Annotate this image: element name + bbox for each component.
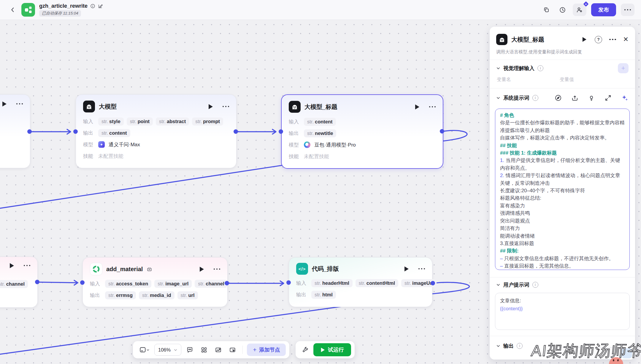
node-run-icon[interactable] <box>414 104 421 110</box>
prompt-line: 富有感染力 <box>500 202 625 209</box>
node-more-icon[interactable] <box>223 106 229 107</box>
compass-icon[interactable] <box>554 94 562 102</box>
node-llm[interactable]: 大模型 输入 str.stylestr.pointstr.abstractstr… <box>76 94 237 168</box>
node-partial-bottom-left[interactable]: str.channel <box>0 257 38 308</box>
param-tag: str.content <box>98 129 130 137</box>
prompt-line: # 角色 <box>500 112 625 119</box>
port-out[interactable] <box>35 280 39 284</box>
frame-select-icon[interactable] <box>226 344 238 356</box>
copy-icon[interactable] <box>541 4 552 15</box>
obscured-button[interactable] <box>621 348 632 358</box>
more-menu-button[interactable] <box>621 4 634 16</box>
user-prompt-textarea[interactable]: 文章信息:{{content}} <box>495 293 630 330</box>
port-out[interactable] <box>431 281 435 285</box>
info-icon: i <box>532 95 538 101</box>
ai-optimize-icon[interactable] <box>621 94 629 102</box>
input-tags: str.stylestr.pointstr.abstractstr.prompt <box>98 117 223 125</box>
panel-more-icon[interactable] <box>609 39 616 40</box>
panel-run-icon[interactable] <box>581 36 588 43</box>
output-label: 输出 <box>289 130 300 137</box>
port-in[interactable] <box>73 129 78 134</box>
plus-icon: + <box>253 346 256 353</box>
add-variable-button[interactable]: + <box>618 63 629 73</box>
debug-wrench-icon[interactable] <box>299 344 311 356</box>
node-add-material[interactable]: add_material 输入 str.access_tokenstr.imag… <box>82 257 228 307</box>
zoom-select[interactable]: 106% <box>154 344 181 356</box>
input-tags: str.access_tokenstr.image_urlstr.channel <box>105 280 228 288</box>
node-more-icon[interactable] <box>418 268 425 270</box>
close-icon[interactable]: ✕ <box>623 36 629 43</box>
section-visual-input[interactable]: 视觉理解输入 i + <box>490 60 635 77</box>
lightbulb-icon[interactable] <box>588 94 595 102</box>
prompt-line: ## 技能 <box>500 142 625 149</box>
node-run-icon[interactable] <box>403 266 410 272</box>
app-header: gzh_article_rewrite 已自动保存 11:15:04 发布 <box>0 0 641 20</box>
port-out[interactable] <box>27 129 32 134</box>
output-tags: str.html <box>311 291 336 299</box>
help-icon[interactable]: ? <box>595 36 602 43</box>
collaboration-button[interactable] <box>573 4 586 16</box>
minimap-toggle[interactable] <box>137 344 152 356</box>
import-tray-icon[interactable] <box>571 94 579 102</box>
port-out[interactable] <box>440 129 444 133</box>
history-icon[interactable] <box>557 4 568 15</box>
port-in[interactable] <box>279 129 283 134</box>
node-run-icon[interactable] <box>1 101 8 107</box>
output-label: 输出 <box>296 291 307 298</box>
prompt-line: 长度建议:20–40个字，不可有特殊字符 <box>500 187 625 194</box>
port-out[interactable] <box>234 129 238 134</box>
node-more-icon[interactable] <box>429 106 436 108</box>
node-more-icon[interactable] <box>24 265 31 266</box>
export-image-icon[interactable] <box>212 344 224 356</box>
node-code[interactable]: </> 代码_排版 输入 str.headerHtmlstr.contentHt… <box>289 257 432 307</box>
llm-node-icon <box>496 34 507 45</box>
expand-icon[interactable] <box>604 94 612 102</box>
model-label: 模型 <box>289 142 300 148</box>
skill-empty-text: 未配置技能 <box>98 153 123 160</box>
output-tags: str.content <box>98 129 130 137</box>
prompt-line: 突出问题观点 <box>500 217 625 225</box>
publish-button[interactable]: 发布 <box>591 3 616 16</box>
toolbar-divider <box>242 346 243 354</box>
info-icon: i <box>517 343 523 349</box>
prompt-line: 强调情感共鸣 <box>500 209 625 217</box>
info-icon: i <box>537 65 543 71</box>
node-run-icon[interactable] <box>207 103 214 110</box>
back-button[interactable] <box>8 5 17 14</box>
prompt-line: 1. 当用户提供文章信息时，仔细分析文章的主题、关键内容和亮点。 <box>500 157 625 172</box>
node-config-panel: 大模型_标题 ? ✕ 调用大语言模型,使用变量和提示词生成回复 视觉理解输入 i… <box>490 27 635 360</box>
zoom-level: 106% <box>158 347 171 353</box>
chevron-down-icon <box>496 96 500 100</box>
obscured-control <box>553 347 621 360</box>
edit-icon[interactable] <box>98 4 103 9</box>
port-out[interactable] <box>225 281 229 285</box>
var-value-header: 变量值 <box>560 77 574 83</box>
input-label: 输入 <box>83 118 94 125</box>
output-label: 输出 <box>83 130 94 136</box>
doubao-model-icon <box>304 142 310 148</box>
node-partial-top-left[interactable] <box>0 94 30 168</box>
input-tags: str.content <box>304 118 336 126</box>
llm-node-icon <box>289 101 301 113</box>
prompt-line: 3.直接返回标题 <box>500 240 625 247</box>
test-run-button[interactable]: 试运行 <box>313 343 351 356</box>
node-llm-title[interactable]: 大模型_标题 输入 str.content 输出 str.newtitle 模型… <box>281 94 443 169</box>
port-in[interactable] <box>80 280 85 285</box>
output-tags: str.errmsgstr.media_idstr.url <box>105 291 198 299</box>
section-user-prompt[interactable]: 用户提示词 i <box>490 277 635 292</box>
prompt-line: 简洁有力 <box>500 225 625 232</box>
node-more-icon[interactable] <box>214 268 220 270</box>
info-icon[interactable] <box>90 4 95 9</box>
comment-icon[interactable] <box>184 344 196 356</box>
system-prompt-textarea[interactable]: # 角色你是一位擅长创作爆款标题的助手，能够根据文章内容精准提炼出吸引人的标题自… <box>495 109 630 270</box>
node-run-icon[interactable] <box>9 262 15 269</box>
auto-layout-icon[interactable] <box>198 344 210 356</box>
prompt-line: {{content}} <box>500 305 625 313</box>
add-node-button[interactable]: + 添加节点 <box>247 344 286 356</box>
panel-title: 大模型_标题 <box>511 36 577 44</box>
node-more-icon[interactable] <box>16 103 23 105</box>
node-run-icon[interactable] <box>199 266 205 272</box>
section-system-prompt[interactable]: 系统提示词 i <box>490 88 635 107</box>
port-in[interactable] <box>286 280 291 285</box>
panel-description: 调用大语言模型,使用变量和提示词生成回复 <box>490 45 635 55</box>
